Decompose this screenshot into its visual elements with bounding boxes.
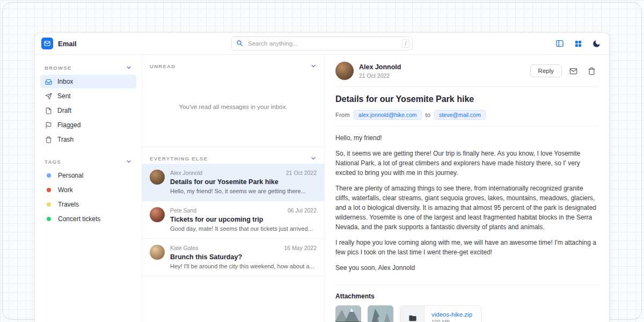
mark-unread-button[interactable]: [566, 64, 580, 78]
brand: Email: [41, 38, 143, 49]
search-input[interactable]: [231, 36, 413, 50]
tag-dot-icon: [47, 173, 51, 178]
tag-dot-icon: [47, 202, 51, 207]
email-preview: Hello, my friend! So, it seems we are ge…: [170, 188, 317, 194]
unread-section-header: UNREAD: [142, 55, 324, 71]
tag-item-personal[interactable]: Personal: [40, 169, 136, 182]
email-list-item[interactable]: Kate Gates 16 May 2022 Brunch this Satur…: [142, 239, 324, 276]
sidebar-item-draft[interactable]: Draft: [40, 104, 136, 118]
chevron-down-icon[interactable]: [310, 63, 317, 69]
message-list-column: UNREAD You've read all messages in your …: [142, 55, 325, 322]
sidebar-item-label: Trash: [57, 136, 74, 143]
tag-dot-icon: [47, 217, 51, 221]
detail-sender-name: Alex Jonnold: [359, 63, 401, 71]
tags-section-header: TAGS: [40, 154, 136, 169]
email-date: 21 Oct 2022: [286, 170, 317, 176]
attachments-label: Attachments: [335, 292, 598, 300]
avatar: [335, 62, 354, 80]
tags-label: TAGS: [45, 159, 61, 165]
tag-item-travels[interactable]: Travels: [40, 197, 136, 211]
attachment-file-name[interactable]: videos-hike.zip: [431, 311, 472, 318]
sidebar-item-trash[interactable]: Trash: [40, 133, 136, 147]
top-bar: Email /: [35, 33, 609, 55]
attachment-photo-cliff[interactable]: [368, 305, 393, 322]
sender-name: Kate Gates: [170, 245, 199, 251]
email-list-item[interactable]: Pete Sand 06 Jul 2022 Tickets for our up…: [142, 201, 324, 239]
browse-section-header: BROWSE: [40, 60, 136, 75]
detail-header: Alex Jonnold 21 Oct 2022 Reply: [335, 62, 598, 80]
detail-subject: Details for our Yosemite Park hike: [335, 94, 598, 104]
tag-item-work[interactable]: Work: [40, 183, 136, 197]
email-paragraph: So, it seems we are getting there! Our t…: [335, 149, 598, 178]
dark-mode-button[interactable]: [590, 37, 603, 50]
avatar: [150, 207, 165, 222]
unread-empty-message: You've read all messages in your inbox.: [142, 104, 324, 110]
avatar: [150, 170, 165, 185]
email-subject: Details for our Yosemite Park hike: [170, 178, 317, 186]
send-icon: [45, 93, 52, 100]
sender-name: Pete Sand: [170, 207, 196, 214]
sidebar-item-label: Flagged: [57, 121, 80, 129]
sidebar-item-label: Sent: [57, 92, 71, 100]
attachment-file-card[interactable]: videos-hike.zip 100 MB: [400, 305, 481, 322]
unread-label: UNREAD: [150, 63, 175, 69]
sidebar-item-flagged[interactable]: Flagged: [40, 118, 136, 132]
email-subject: Brunch this Saturday?: [170, 253, 317, 261]
sidebar-item-label: Inbox: [57, 78, 73, 85]
chevron-down-icon[interactable]: [126, 64, 132, 71]
attachment-photo-valley[interactable]: [335, 305, 361, 322]
trash-icon: [588, 67, 596, 75]
search-shortcut-badge: /: [402, 39, 409, 48]
sidebar: BROWSE Inbox Sent Draft Flagged Tra: [35, 55, 142, 322]
to-label: to: [426, 112, 431, 118]
delete-button[interactable]: [584, 64, 598, 78]
photo-thumbnail-icon: [335, 305, 361, 322]
photo-thumbnail-icon: [368, 305, 393, 322]
tag-dot-icon: [47, 188, 51, 192]
divider: [335, 285, 598, 286]
trash-icon: [45, 136, 52, 143]
detail-actions: Reply: [530, 64, 598, 78]
from-email-pill[interactable]: alex.jonnold@hike.com: [354, 110, 422, 120]
email-paragraph: Hello, my friend!: [335, 133, 598, 143]
email-preview: Hey! I'll be around the city this weeken…: [170, 263, 317, 269]
email-list-item-body: Kate Gates 16 May 2022 Brunch this Satur…: [170, 245, 317, 269]
divider: [335, 126, 598, 127]
email-list-item-body: Pete Sand 06 Jul 2022 Tickets for our up…: [170, 207, 317, 232]
everything-else-label: EVERYTHING ELSE: [150, 156, 208, 162]
tag-label: Travels: [58, 201, 79, 208]
sidebar-item-inbox[interactable]: Inbox: [40, 75, 136, 89]
email-list-item[interactable]: Alex Jonnold 21 Oct 2022 Details for our…: [142, 164, 324, 201]
chevron-down-icon[interactable]: [126, 158, 132, 165]
app-title: Email: [58, 40, 77, 48]
sidebar-item-label: Draft: [57, 107, 71, 114]
email-paragraph: I really hope you love coming along with…: [335, 238, 598, 257]
flag-icon: [45, 122, 52, 129]
to-email-pill[interactable]: steve@mail.com: [434, 110, 486, 120]
email-logo-icon: [41, 38, 53, 49]
apps-grid-button[interactable]: [572, 37, 584, 50]
moon-icon: [592, 39, 601, 48]
email-date: 16 May 2022: [284, 245, 317, 251]
chevron-down-icon[interactable]: [310, 155, 317, 162]
tags-section: TAGS Personal Work Travels Concer: [40, 154, 136, 226]
from-to-row: From alex.jonnold@hike.com to steve@mail…: [335, 110, 598, 120]
attachments-row: videos-hike.zip 100 MB: [335, 305, 598, 322]
divider: [335, 86, 598, 87]
envelope-icon: [569, 67, 577, 75]
reply-button[interactable]: Reply: [530, 64, 562, 77]
attachment-file-size: 100 MB: [431, 319, 472, 322]
search-area: /: [143, 36, 501, 50]
draft-icon: [45, 107, 52, 114]
detail-date: 21 Oct 2022: [359, 72, 401, 79]
sidebar-item-sent[interactable]: Sent: [40, 89, 136, 103]
layout-toggle-button[interactable]: [553, 37, 566, 50]
email-signoff: See you soon, Alex Jonnold: [335, 263, 598, 273]
email-preview: Good day, mate! It seems that our ticket…: [170, 225, 317, 232]
tag-item-concert-tickets[interactable]: Concert tickets: [40, 212, 136, 226]
tag-label: Personal: [58, 172, 83, 179]
unread-section: UNREAD You've read all messages in your …: [142, 55, 324, 147]
main-columns: BROWSE Inbox Sent Draft Flagged Tra: [35, 55, 609, 322]
detail-sender-block: Alex Jonnold 21 Oct 2022: [359, 63, 401, 79]
tag-label: Concert tickets: [58, 215, 100, 223]
